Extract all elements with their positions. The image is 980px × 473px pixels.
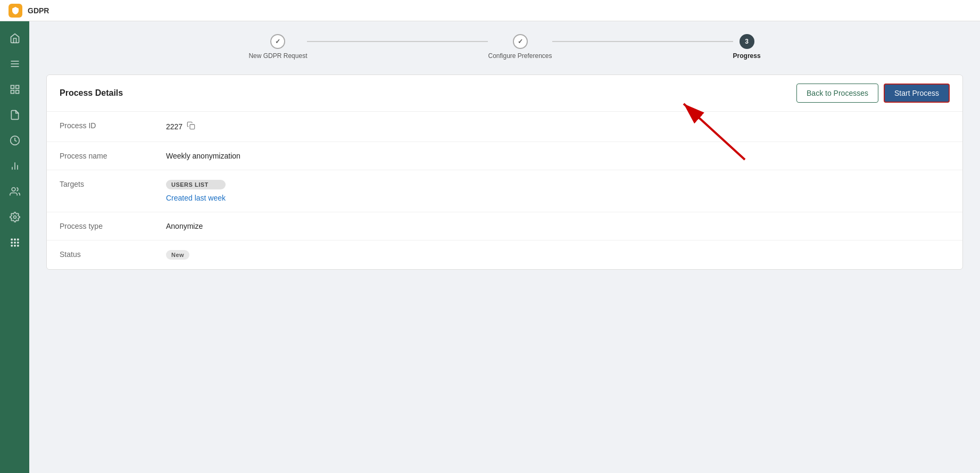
card-actions: Back to Processes Start Process — [796, 84, 950, 103]
svg-point-12 — [13, 216, 16, 219]
svg-point-21 — [17, 245, 19, 247]
status-badge: New — [166, 250, 189, 260]
sidebar-item-users[interactable] — [3, 180, 27, 203]
step-2-label: Configure Preferences — [488, 52, 552, 60]
sidebar-item-data[interactable] — [3, 78, 27, 101]
stepper: ✓ New GDPR Request ✓ Configure Preferenc… — [46, 34, 963, 60]
copy-icon[interactable] — [187, 121, 195, 132]
step-line-1 — [307, 41, 488, 42]
step-1: ✓ New GDPR Request — [248, 34, 307, 60]
svg-point-11 — [12, 188, 15, 192]
svg-point-13 — [11, 239, 12, 240]
targets-col: USERS LIST Created last week — [166, 180, 226, 202]
process-name-text: Weekly anonymization — [166, 152, 240, 160]
users-list-badge: USERS LIST — [166, 180, 226, 189]
step-line-2 — [552, 41, 733, 42]
svg-point-18 — [17, 242, 19, 244]
process-details-card: Process Details Back to Processes Start … — [46, 74, 963, 270]
step-2: ✓ Configure Preferences — [488, 34, 552, 60]
step-3: 3 Progress — [733, 34, 761, 60]
sidebar-item-requests[interactable] — [3, 103, 27, 127]
card-title: Process Details — [60, 88, 123, 98]
svg-point-20 — [14, 245, 15, 247]
process-targets-row: Targets USERS LIST Created last week — [47, 170, 962, 212]
svg-point-17 — [14, 242, 15, 244]
process-id-value: 2227 — [166, 121, 950, 132]
sidebar-item-history[interactable] — [3, 129, 27, 152]
process-name-label: Process name — [60, 152, 166, 160]
back-to-processes-button[interactable]: Back to Processes — [796, 84, 878, 103]
sidebar-item-home[interactable] — [3, 27, 27, 50]
process-status-label: Status — [60, 250, 166, 259]
step-1-label: New GDPR Request — [248, 52, 307, 60]
process-targets-label: Targets — [60, 180, 166, 188]
process-type-row: Process type Anonymize — [47, 212, 962, 240]
svg-rect-5 — [11, 90, 14, 94]
svg-point-14 — [14, 239, 15, 240]
process-name-value: Weekly anonymization — [166, 152, 950, 160]
svg-rect-3 — [11, 86, 14, 89]
process-type-label: Process type — [60, 222, 166, 230]
process-id-number: 2227 — [166, 122, 182, 131]
start-process-button[interactable]: Start Process — [884, 84, 950, 103]
sidebar-item-menu[interactable] — [3, 52, 27, 76]
process-status-value: New — [166, 250, 950, 260]
targets-link[interactable]: Created last week — [166, 194, 226, 202]
sidebar-item-settings[interactable] — [3, 205, 27, 229]
step-3-label: Progress — [733, 52, 761, 60]
step-2-circle: ✓ — [513, 34, 528, 49]
process-type-text: Anonymize — [166, 222, 203, 230]
topbar: GDPR — [0, 0, 980, 21]
main-content: ✓ New GDPR Request ✓ Configure Preferenc… — [29, 21, 980, 473]
card-header: Process Details Back to Processes Start … — [47, 75, 962, 112]
sidebar-item-apps[interactable] — [3, 231, 27, 254]
app-logo — [9, 4, 22, 18]
svg-point-19 — [11, 245, 12, 247]
app-title: GDPR — [28, 6, 49, 15]
process-status-row: Status New — [47, 240, 962, 269]
sidebar — [0, 21, 29, 473]
step-3-circle: 3 — [740, 34, 754, 49]
step-1-circle: ✓ — [270, 34, 285, 49]
process-type-value: Anonymize — [166, 222, 950, 230]
svg-rect-22 — [190, 125, 195, 129]
svg-point-15 — [17, 239, 19, 240]
process-id-label: Process ID — [60, 121, 166, 130]
process-name-row: Process name Weekly anonymization — [47, 142, 962, 170]
process-id-row: Process ID 2227 — [47, 112, 962, 142]
svg-rect-6 — [15, 90, 19, 94]
svg-rect-4 — [15, 86, 19, 89]
svg-point-16 — [11, 242, 12, 244]
process-targets-value: USERS LIST Created last week — [166, 180, 950, 202]
sidebar-item-reports[interactable] — [3, 154, 27, 178]
